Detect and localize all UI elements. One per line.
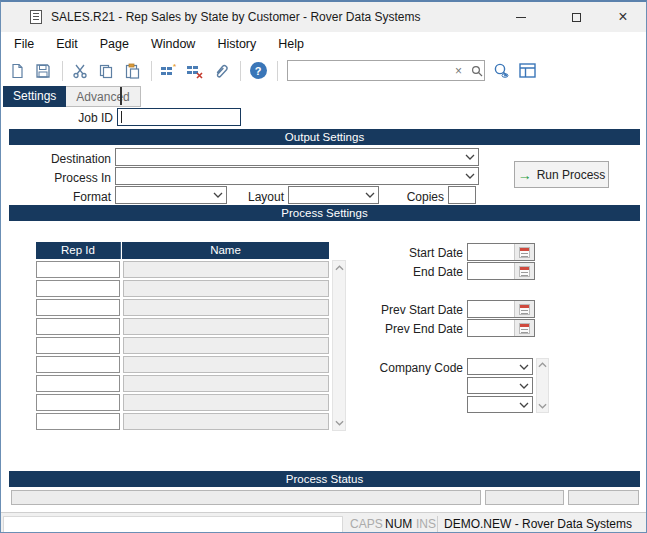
menu-help[interactable]: Help <box>267 33 315 55</box>
search-clear-icon[interactable]: × <box>451 64 466 78</box>
prev-end-date-input[interactable] <box>467 319 535 337</box>
help-button[interactable]: ? <box>246 59 270 83</box>
grid-column-rep-id: Rep Id <box>36 242 121 259</box>
status-divider <box>437 516 438 533</box>
window-title: SALES.R21 - Rep Sales by State by Custom… <box>51 2 420 32</box>
company-code-select-1[interactable] <box>467 358 533 375</box>
connection-info: DEMO.NEW - Rover Data Systems <box>444 513 632 533</box>
search-input[interactable] <box>288 61 451 80</box>
search-icon[interactable] <box>466 65 488 77</box>
grid-cell-rep-id[interactable] <box>36 413 120 430</box>
grid-cell-name <box>123 375 329 392</box>
close-button[interactable]: × <box>608 2 638 32</box>
grid-cell-rep-id[interactable] <box>36 394 120 411</box>
insert-row-icon: * <box>160 63 178 79</box>
copy-button[interactable] <box>94 59 118 83</box>
find-records-button[interactable] <box>489 59 513 83</box>
layout-view-button[interactable] <box>515 59 539 83</box>
process-status-field-2 <box>485 490 564 505</box>
insert-row-button[interactable]: * <box>157 59 181 83</box>
toolbar-separator <box>151 61 152 81</box>
menu-file[interactable]: File <box>3 33 45 55</box>
job-id-label: Job ID <box>1 111 113 127</box>
tab-strip-mark <box>120 87 122 105</box>
grid-cell-name <box>123 318 329 335</box>
process-status-header: Process Status <box>9 471 640 487</box>
menu-history[interactable]: History <box>206 33 267 55</box>
job-id-input[interactable] <box>117 108 241 126</box>
calendar-icon <box>519 266 530 277</box>
grid-scrollbar[interactable] <box>332 260 346 431</box>
minimize-button[interactable] <box>506 2 536 32</box>
destination-label: Destination <box>1 152 111 168</box>
format-label: Format <box>1 190 111 206</box>
end-date-label: End Date <box>341 265 463 281</box>
find-preview-icon <box>492 62 510 80</box>
prev-start-date-input[interactable] <box>467 300 535 318</box>
destination-select[interactable] <box>115 148 479 166</box>
menu-page[interactable]: Page <box>89 33 140 55</box>
toolbar-separator <box>240 61 241 81</box>
grid-cell-rep-id[interactable] <box>36 261 120 278</box>
process-in-select[interactable] <box>115 167 479 185</box>
save-button[interactable] <box>31 59 55 83</box>
toolbar-search: × <box>287 60 485 81</box>
toolbar: * ? × <box>1 56 646 85</box>
run-process-button[interactable]: → Run Process <box>514 161 609 188</box>
copies-input[interactable] <box>448 186 476 204</box>
calendar-button[interactable] <box>514 320 534 336</box>
grid-column-name: Name <box>122 242 329 259</box>
tab-advanced[interactable]: Advanced <box>66 86 140 107</box>
grid-layout-icon <box>519 63 536 78</box>
save-icon <box>35 63 51 79</box>
chevron-down-icon <box>516 383 532 389</box>
maximize-button[interactable] <box>561 2 591 32</box>
layout-label: Layout <box>181 190 284 206</box>
process-status-field-3 <box>568 490 639 505</box>
title-bar: SALES.R21 - Rep Sales by State by Custom… <box>1 2 646 32</box>
company-code-select-2[interactable] <box>467 377 533 394</box>
attachment-button[interactable] <box>209 59 233 83</box>
delete-row-button[interactable] <box>183 59 207 83</box>
minimize-icon <box>516 17 526 18</box>
grid-cell-rep-id[interactable] <box>36 299 120 316</box>
scroll-down-icon[interactable] <box>538 403 547 409</box>
grid-cell-rep-id[interactable] <box>36 318 120 335</box>
company-code-label: Company Code <box>341 361 463 377</box>
grid-cell-rep-id[interactable] <box>36 356 120 373</box>
app-window: SALES.R21 - Rep Sales by State by Custom… <box>0 0 647 533</box>
rep-grid <box>36 260 329 431</box>
calendar-button[interactable] <box>514 301 534 317</box>
end-date-input[interactable] <box>467 262 535 280</box>
calendar-button[interactable] <box>514 244 534 260</box>
scroll-up-icon[interactable] <box>538 362 547 368</box>
chevron-down-icon <box>516 402 532 408</box>
paste-icon <box>124 63 140 79</box>
menu-window[interactable]: Window <box>140 33 206 55</box>
cut-button[interactable] <box>68 59 92 83</box>
copy-icon <box>98 63 114 79</box>
copies-label: Copies <box>361 190 444 206</box>
scroll-down-icon[interactable] <box>335 420 344 426</box>
grid-cell-name <box>123 280 329 297</box>
svg-text:*: * <box>173 63 177 71</box>
menu-bar: File Edit Page Window History Help <box>1 32 646 56</box>
company-code-select-3[interactable] <box>467 396 533 413</box>
new-document-button[interactable] <box>5 59 29 83</box>
grid-cell-rep-id[interactable] <box>36 280 120 297</box>
menu-edit[interactable]: Edit <box>45 33 89 55</box>
run-arrow-icon: → <box>518 168 532 182</box>
grid-row <box>36 355 329 374</box>
calendar-icon <box>519 304 530 315</box>
resize-grip[interactable] <box>640 529 642 531</box>
grid-cell-rep-id[interactable] <box>36 375 120 392</box>
start-date-input[interactable] <box>467 243 535 261</box>
grid-cell-name <box>123 299 329 316</box>
start-date-label: Start Date <box>341 246 463 262</box>
tab-settings[interactable]: Settings <box>3 86 66 107</box>
calendar-button[interactable] <box>514 263 534 279</box>
paste-button[interactable] <box>120 59 144 83</box>
grid-cell-rep-id[interactable] <box>36 337 120 354</box>
company-code-scrollbar[interactable] <box>536 358 549 413</box>
chevron-down-icon <box>462 173 478 179</box>
